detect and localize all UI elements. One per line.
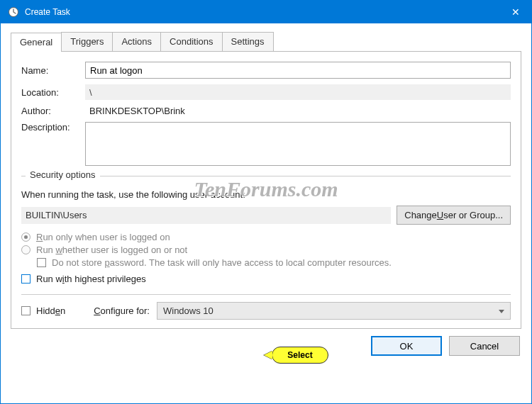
cancel-button[interactable]: Cancel xyxy=(449,336,520,356)
create-task-window: Create Task ✕ General Triggers Actions C… xyxy=(0,0,532,404)
security-options-group: Security options When running the task, … xyxy=(21,176,511,284)
task-scheduler-icon xyxy=(8,6,19,18)
tab-panel-general: Name: Location: \ Author: BRINKDESKTOP\B… xyxy=(11,51,521,329)
ok-button[interactable]: OK xyxy=(371,336,442,356)
radio-icon xyxy=(21,232,31,242)
checkbox-icon xyxy=(37,258,46,267)
author-label: Author: xyxy=(21,106,85,116)
run-as-label: When running the task, use the following… xyxy=(21,189,511,200)
tab-general[interactable]: General xyxy=(11,33,62,52)
client-area: General Triggers Actions Conditions Sett… xyxy=(1,23,531,403)
tab-actions[interactable]: Actions xyxy=(112,32,161,51)
radio-run-whether: Run whether user is logged on or not xyxy=(21,245,511,255)
radio-run-logged-on: Run only when user is logged on xyxy=(21,232,511,242)
dialog-footer: OK Cancel xyxy=(11,329,521,356)
configure-for-dropdown[interactable]: Windows 10 xyxy=(157,302,511,320)
window-title: Create Task xyxy=(25,7,499,17)
close-button[interactable]: ✕ xyxy=(499,1,531,23)
security-options-legend: Security options xyxy=(26,169,100,180)
author-value: BRINKDESKTOP\Brink xyxy=(85,106,185,116)
checkbox-highest-privileges[interactable]: Run with highest privileges xyxy=(21,274,511,284)
name-label: Name: xyxy=(21,65,85,76)
titlebar[interactable]: Create Task ✕ xyxy=(1,1,531,23)
configure-for-value: Windows 10 xyxy=(163,305,214,316)
checkbox-do-not-store-password: Do not store password. The task will onl… xyxy=(37,257,511,268)
close-icon: ✕ xyxy=(511,6,520,18)
location-value: \ xyxy=(85,84,511,100)
radio-icon xyxy=(21,245,31,254)
configure-for-label: Configure for: xyxy=(94,305,150,316)
change-user-or-group-button[interactable]: Change User or Group... xyxy=(397,206,511,225)
checkbox-icon xyxy=(21,306,31,315)
description-input[interactable] xyxy=(85,122,511,166)
name-input[interactable] xyxy=(85,62,511,79)
user-account-value: BUILTIN\Users xyxy=(21,207,391,224)
location-label: Location: xyxy=(21,87,85,98)
tab-triggers[interactable]: Triggers xyxy=(61,32,113,51)
tab-conditions[interactable]: Conditions xyxy=(160,32,222,51)
tab-settings[interactable]: Settings xyxy=(222,32,274,51)
tab-strip: General Triggers Actions Conditions Sett… xyxy=(11,32,521,51)
checkbox-icon xyxy=(21,274,31,284)
description-label: Description: xyxy=(21,122,85,133)
checkbox-hidden[interactable]: Hidden xyxy=(21,305,65,316)
